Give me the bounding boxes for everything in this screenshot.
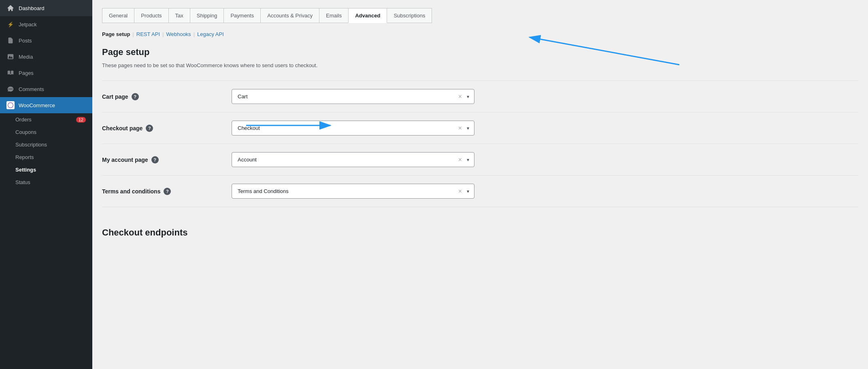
checkout-page-select[interactable]: Checkout × ▾ bbox=[232, 121, 474, 136]
terms-conditions-clear[interactable]: × bbox=[457, 186, 464, 197]
cart-page-clear[interactable]: × bbox=[457, 91, 464, 102]
sidebar-item-posts[interactable]: Posts bbox=[0, 32, 92, 49]
subnav-webhooks[interactable]: Webhooks bbox=[166, 31, 191, 37]
settings-tabs: General Products Tax Shipping Payments A… bbox=[102, 8, 858, 23]
orders-badge: 12 bbox=[76, 117, 86, 123]
sidebar-item-label: WooCommerce bbox=[19, 102, 55, 108]
terms-conditions-help-icon[interactable]: ? bbox=[164, 188, 171, 195]
terms-conditions-value: Terms and Conditions bbox=[232, 184, 457, 198]
my-account-page-row: My account page ? Account × ▾ bbox=[102, 144, 858, 175]
media-icon bbox=[6, 53, 15, 61]
sidebar-item-label: Jetpack bbox=[19, 21, 37, 28]
tab-subscriptions[interactable]: Subscriptions bbox=[387, 8, 432, 23]
terms-conditions-select[interactable]: Terms and Conditions × ▾ bbox=[232, 184, 474, 199]
my-account-help-icon[interactable]: ? bbox=[151, 156, 159, 163]
cart-page-field: Cart × ▾ bbox=[232, 89, 858, 104]
terms-conditions-label: Terms and conditions ? bbox=[102, 188, 232, 195]
tab-accounts-privacy[interactable]: Accounts & Privacy bbox=[260, 8, 319, 23]
page-setup-title: Page setup bbox=[102, 47, 858, 57]
sidebar-submenu-item-settings[interactable]: Settings bbox=[0, 163, 92, 176]
woocommerce-submenu: Orders 12 Coupons Subscriptions Reports … bbox=[0, 113, 92, 189]
subnav-rest-api[interactable]: REST API bbox=[136, 31, 160, 37]
subnav-page-setup[interactable]: Page setup bbox=[102, 31, 130, 37]
sidebar-submenu-item-reports[interactable]: Reports bbox=[0, 151, 92, 163]
my-account-page-label: My account page ? bbox=[102, 156, 232, 163]
cart-page-value: Cart bbox=[232, 89, 457, 104]
terms-conditions-row: Terms and conditions ? Terms and Conditi… bbox=[102, 175, 858, 207]
sidebar-item-label: Posts bbox=[19, 38, 32, 44]
jetpack-icon: ⚡ bbox=[6, 20, 15, 28]
sidebar-item-label: Dashboard bbox=[19, 5, 45, 11]
sidebar: Dashboard ⚡ Jetpack Posts Media Pages Co… bbox=[0, 0, 92, 369]
sidebar-item-woocommerce[interactable]: WooCommerce bbox=[0, 97, 92, 113]
my-account-value: Account bbox=[232, 153, 457, 167]
sidebar-item-label: Comments bbox=[19, 86, 44, 92]
checkout-endpoints-title: Checkout endpoints bbox=[102, 219, 858, 238]
tab-general[interactable]: General bbox=[102, 8, 134, 23]
woocommerce-icon bbox=[6, 101, 15, 109]
my-account-page-field: Account × ▾ bbox=[232, 152, 858, 167]
dashboard-icon bbox=[6, 4, 15, 12]
sidebar-submenu-item-status[interactable]: Status bbox=[0, 176, 92, 189]
pages-icon bbox=[6, 69, 15, 77]
terms-conditions-chevron-icon[interactable]: ▾ bbox=[465, 187, 471, 196]
sidebar-item-label: Media bbox=[19, 54, 33, 60]
cart-page-label: Cart page ? bbox=[102, 93, 232, 100]
comments-icon bbox=[6, 85, 15, 93]
tab-tax[interactable]: Tax bbox=[168, 8, 190, 23]
tab-products[interactable]: Products bbox=[134, 8, 168, 23]
main-content: General Products Tax Shipping Payments A… bbox=[92, 0, 868, 246]
sidebar-item-dashboard[interactable]: Dashboard bbox=[0, 0, 92, 16]
checkout-page-chevron-icon[interactable]: ▾ bbox=[465, 124, 471, 133]
checkout-page-label: Checkout page ? bbox=[102, 125, 232, 132]
cart-page-select[interactable]: Cart × ▾ bbox=[232, 89, 474, 104]
sidebar-submenu-item-coupons[interactable]: Coupons bbox=[0, 126, 92, 138]
subnav: Page setup | REST API | Webhooks | Legac… bbox=[102, 31, 858, 37]
tab-shipping[interactable]: Shipping bbox=[190, 8, 224, 23]
sidebar-item-pages[interactable]: Pages bbox=[0, 65, 92, 81]
terms-conditions-field: Terms and Conditions × ▾ bbox=[232, 184, 858, 199]
checkout-page-field: Checkout × ▾ bbox=[232, 121, 858, 136]
sidebar-item-media[interactable]: Media bbox=[0, 49, 92, 65]
sidebar-item-comments[interactable]: Comments bbox=[0, 81, 92, 97]
sidebar-submenu-item-subscriptions[interactable]: Subscriptions bbox=[0, 138, 92, 151]
checkout-page-row: Checkout page ? Checkout × ▾ bbox=[102, 112, 858, 144]
page-setup-description: These pages need to be set so that WooCo… bbox=[102, 62, 858, 68]
tab-payments[interactable]: Payments bbox=[223, 8, 261, 23]
sidebar-submenu-item-orders[interactable]: Orders 12 bbox=[0, 113, 92, 126]
sidebar-item-jetpack[interactable]: ⚡ Jetpack bbox=[0, 16, 92, 32]
posts-icon bbox=[6, 36, 15, 45]
my-account-chevron-icon[interactable]: ▾ bbox=[465, 155, 471, 164]
cart-page-row: Cart page ? Cart × ▾ bbox=[102, 81, 858, 112]
subnav-legacy-api[interactable]: Legacy API bbox=[197, 31, 224, 37]
cart-page-help-icon[interactable]: ? bbox=[132, 93, 139, 100]
cart-page-chevron-icon[interactable]: ▾ bbox=[465, 92, 471, 101]
checkout-page-value: Checkout bbox=[232, 121, 457, 135]
tab-advanced[interactable]: Advanced bbox=[348, 8, 387, 23]
my-account-select[interactable]: Account × ▾ bbox=[232, 152, 474, 167]
sidebar-item-label: Pages bbox=[19, 70, 34, 76]
tab-emails[interactable]: Emails bbox=[319, 8, 349, 23]
checkout-page-clear[interactable]: × bbox=[457, 123, 464, 134]
my-account-clear[interactable]: × bbox=[457, 155, 464, 165]
checkout-page-help-icon[interactable]: ? bbox=[146, 125, 153, 132]
